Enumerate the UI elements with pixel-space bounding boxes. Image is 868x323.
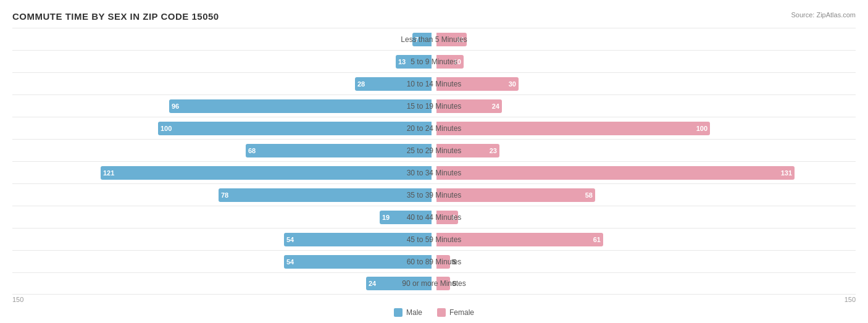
male-value: 121 <box>103 169 114 177</box>
male-value: 24 <box>369 280 376 287</box>
male-bar: 24 <box>366 277 432 290</box>
legend-female: Female <box>437 308 474 317</box>
male-value: 78 <box>221 191 228 199</box>
male-bar: 68 <box>246 144 432 157</box>
axis-labels: 150 150 <box>12 296 856 303</box>
chart-title: COMMUTE TIME BY SEX IN ZIP CODE 15050 <box>12 11 856 22</box>
male-bar: 54 <box>284 233 432 246</box>
male-label: Male <box>406 308 422 317</box>
female-value: 30 <box>509 80 516 88</box>
bars-area: 711Less than 5 Minutes13105 to 9 Minutes… <box>12 28 856 295</box>
female-value: 24 <box>492 103 499 110</box>
chart-container: COMMUTE TIME BY SEX IN ZIP CODE 15050 So… <box>0 0 868 323</box>
female-bar <box>436 255 450 269</box>
axis-right: 150 <box>845 296 856 303</box>
male-value: 19 <box>382 214 390 221</box>
bar-row: 962415 to 19 Minutes <box>12 94 856 117</box>
female-bar: 58 <box>436 188 595 202</box>
female-value: 10 <box>454 58 461 65</box>
female-value-outside: 5 <box>453 280 456 287</box>
bar-row: 24590 or more Minutes <box>12 272 856 295</box>
male-value: 7 <box>415 36 419 43</box>
female-bar: 61 <box>436 233 603 246</box>
female-value-outside: 5 <box>453 258 456 266</box>
male-bar: 54 <box>284 255 432 269</box>
female-bar <box>436 277 450 290</box>
male-bar: 19 <box>380 211 432 224</box>
axis-left: 150 <box>12 296 23 303</box>
bar-row: 12113130 to 34 Minutes <box>12 161 856 183</box>
male-bar: 28 <box>355 77 432 91</box>
legend: Male Female <box>12 308 856 317</box>
male-bar: 96 <box>169 99 432 113</box>
male-value: 68 <box>248 147 256 154</box>
female-value: 131 <box>781 169 792 177</box>
male-value: 54 <box>286 236 294 243</box>
bar-row: 682325 to 29 Minutes <box>12 139 856 161</box>
female-value: 8 <box>452 214 456 221</box>
male-value: 54 <box>286 258 294 266</box>
female-bar: 8 <box>436 211 458 224</box>
female-bar: 11 <box>436 33 467 46</box>
male-value: 96 <box>172 103 179 110</box>
male-bar: 121 <box>101 166 432 180</box>
female-bar: 10 <box>436 55 464 69</box>
bar-row: 283010 to 14 Minutes <box>12 72 856 94</box>
male-value: 28 <box>357 80 365 88</box>
bar-row: 10010020 to 24 Minutes <box>12 117 856 139</box>
female-label: Female <box>449 308 474 317</box>
male-bar: 7 <box>412 33 432 46</box>
female-bar: 24 <box>436 99 502 113</box>
source-text: Source: ZipAtlas.com <box>791 11 856 19</box>
legend-male: Male <box>394 308 422 317</box>
bar-row: 13105 to 9 Minutes <box>12 50 856 72</box>
female-value: 58 <box>585 191 593 199</box>
female-value: 100 <box>696 125 707 132</box>
female-value: 61 <box>593 236 601 243</box>
female-bar: 100 <box>436 122 710 135</box>
female-swatch <box>437 308 446 317</box>
bar-row: 19840 to 44 Minutes <box>12 206 856 228</box>
bar-row: 785835 to 39 Minutes <box>12 183 856 206</box>
male-value: 13 <box>398 58 406 65</box>
bar-row: 711Less than 5 Minutes <box>12 28 856 50</box>
male-swatch <box>394 308 403 317</box>
male-value: 100 <box>161 125 172 132</box>
male-bar: 13 <box>396 55 432 69</box>
female-value: 11 <box>457 36 464 43</box>
bar-row: 54560 to 89 Minutes <box>12 250 856 272</box>
female-bar: 23 <box>436 144 499 157</box>
female-bar: 131 <box>436 166 795 180</box>
bar-row: 546145 to 59 Minutes <box>12 228 856 250</box>
male-bar: 78 <box>219 188 432 202</box>
male-bar: 100 <box>158 122 432 135</box>
female-value: 23 <box>490 147 497 154</box>
female-bar: 30 <box>436 77 519 91</box>
